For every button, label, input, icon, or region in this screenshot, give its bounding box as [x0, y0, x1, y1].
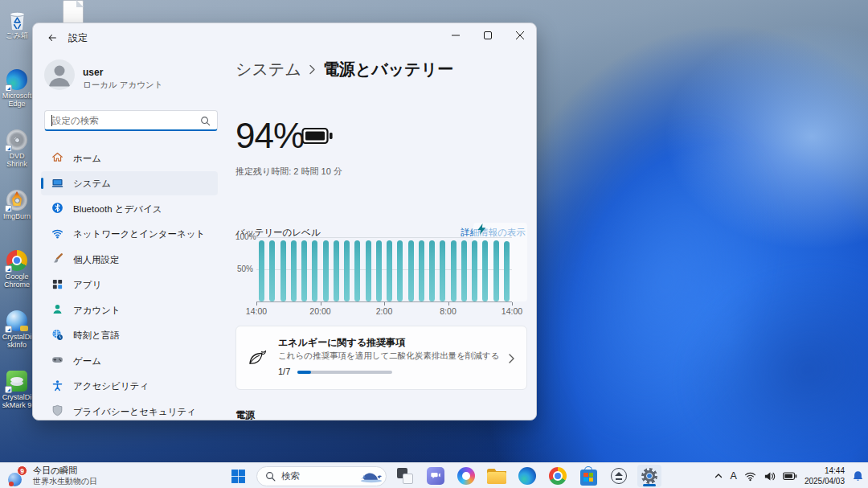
crystaldiskinfo-icon — [6, 310, 28, 332]
sidebar-item-accessibility[interactable]: アクセシビリティ — [41, 374, 218, 398]
power-section-heading: 電源 — [235, 408, 255, 420]
taskbar-app-task-view[interactable] — [393, 465, 417, 487]
shortcut-arrow-icon — [5, 145, 12, 152]
imgburn-icon — [6, 189, 28, 211]
battery-level-bar — [461, 240, 467, 301]
taskbar-app-settings[interactable] — [637, 465, 661, 487]
titlebar[interactable]: 設定 — [33, 23, 536, 51]
leaf-icon — [248, 349, 267, 367]
sidebar-item-privacy-security[interactable]: プライバシーとセキュリティ — [41, 399, 218, 420]
search-icon — [265, 471, 276, 482]
desktop-icon-dvd-shrink[interactable]: DVD Shrink 3.2 — [1, 127, 33, 185]
taskbar-app-eject[interactable] — [607, 465, 631, 487]
sidebar-item-home[interactable]: ホーム — [41, 146, 218, 170]
battery-level-bar — [419, 240, 424, 301]
document-desktop-icon[interactable] — [63, 0, 84, 24]
taskbar-app-copilot[interactable] — [454, 465, 478, 487]
shortcut-arrow-icon — [5, 205, 12, 212]
battery-remaining-text: 推定残り時間: 2 時間 10 分 — [235, 166, 342, 178]
sidebar-item-bluetooth-devices[interactable]: Bluetooth とデバイス — [41, 196, 218, 220]
battery-level-bar — [504, 241, 510, 301]
energy-recommendations-card[interactable]: エネルギーに関する推奨事項 これらの推奨事項を適用して二酸化炭素排出量を削減する… — [235, 326, 527, 390]
widget-text: 今日の瞬間 世界水生動物の日 — [33, 465, 97, 486]
taskbar-search-box[interactable]: 検索 — [256, 466, 387, 486]
copilot-icon — [457, 467, 475, 485]
shortcut-arrow-icon — [5, 386, 12, 393]
volume-icon[interactable] — [764, 470, 776, 482]
search-input[interactable] — [52, 112, 197, 129]
y-tick-label: 50% — [235, 265, 253, 273]
clock[interactable]: 14:44 2025/04/03 — [805, 465, 845, 486]
tray-time: 14:44 — [805, 465, 845, 476]
battery-level-bar — [387, 240, 392, 301]
desktop-icon-crystaldiskmark[interactable]: CrystalDiskMark 9 — [1, 368, 33, 426]
widget-subline: 世界水生動物の日 — [33, 477, 97, 486]
desktop-icon-crystaldiskinfo[interactable]: CrystalDiskInfo Shizuku — [1, 308, 33, 366]
sidebar-item-apps[interactable]: アプリ — [41, 273, 218, 297]
sidebar-item-network-internet[interactable]: ネットワークとインターネット — [41, 222, 218, 246]
desktop-icon-imgburn[interactable]: ImgBurn — [1, 187, 33, 245]
accounts-icon — [51, 303, 63, 315]
sidebar-item-system[interactable]: システム — [41, 171, 218, 195]
start-button[interactable] — [226, 465, 250, 487]
desktop-icon-microsoft-edge[interactable]: Microsoft Edge — [1, 67, 33, 125]
battery-tray-icon[interactable] — [783, 472, 797, 481]
taskbar: 9 今日の瞬間 世界水生動物の日 検索 — [0, 462, 868, 488]
desktop-icon-recycle-bin[interactable]: ごみ箱 — [1, 6, 33, 64]
dvd-shrink-icon — [6, 129, 28, 151]
window-controls — [440, 23, 536, 47]
battery-level-bar — [259, 240, 264, 301]
file-explorer-icon — [487, 469, 506, 484]
close-button[interactable] — [504, 23, 536, 47]
taskbar-app-edge[interactable] — [515, 465, 539, 487]
desktop-icon-google-chrome[interactable]: Google Chrome — [1, 248, 33, 306]
sidebar-item-time-language[interactable]: 時刻と言語 — [41, 323, 218, 347]
battery-percent: 94% — [235, 118, 304, 154]
taskbar-app-file-explorer[interactable] — [485, 465, 509, 487]
battery-level-bar — [376, 240, 382, 301]
sidebar-item-label: アプリ — [73, 279, 101, 291]
minimize-button[interactable] — [440, 23, 472, 47]
battery-level-bar — [280, 240, 286, 301]
sidebar-item-accounts[interactable]: アカウント — [41, 297, 218, 322]
x-tick — [384, 302, 385, 306]
taskbar-app-chat[interactable] — [424, 465, 448, 487]
breadcrumb-parent[interactable]: システム — [235, 59, 301, 80]
tray-overflow-button[interactable] — [714, 471, 723, 481]
desktop-icon-label: ごみ箱 — [1, 31, 33, 39]
sidebar-item-label: プライバシーとセキュリティ — [73, 406, 196, 418]
battery-level-bar — [493, 240, 499, 301]
desktop-icon-label: Google Chrome — [1, 273, 33, 289]
maximize-button[interactable] — [472, 23, 504, 47]
battery-level-bar — [323, 240, 329, 301]
desktop-screen: ごみ箱Microsoft EdgeDVD Shrink 3.2ImgBurnGo… — [0, 0, 868, 488]
battery-icon — [301, 127, 334, 145]
battery-level-bar — [301, 240, 307, 301]
person-icon — [44, 59, 75, 90]
bluetooth-icon — [51, 202, 63, 214]
settings-icon — [641, 468, 657, 484]
account-type: ローカル アカウント — [83, 80, 162, 91]
tray-date: 2025/04/03 — [805, 476, 845, 486]
taskbar-app-store[interactable] — [576, 465, 600, 487]
battery-level-bar — [354, 240, 360, 301]
taskbar-app-chrome[interactable] — [546, 465, 570, 487]
edge-icon — [6, 68, 28, 91]
avatar[interactable] — [44, 59, 75, 90]
ime-indicator[interactable]: A — [731, 470, 737, 482]
settings-search-box[interactable] — [44, 110, 218, 131]
gridline-100 — [256, 237, 512, 238]
sidebar-item-label: 時刻と言語 — [73, 330, 120, 342]
notification-bell-icon[interactable] — [852, 470, 864, 482]
accessibility-icon — [51, 379, 63, 392]
windows-logo-icon — [231, 469, 246, 484]
text-caret — [51, 115, 52, 126]
x-tick-label: 14:00 — [246, 306, 267, 316]
chevron-up-icon — [714, 471, 723, 481]
sidebar-item-gaming[interactable]: ゲーム — [41, 348, 218, 372]
back-button[interactable] — [41, 29, 63, 47]
wifi-icon[interactable] — [744, 470, 756, 482]
sidebar-item-label: ホーム — [73, 153, 101, 165]
widgets-button[interactable]: 9 今日の瞬間 世界水生動物の日 — [3, 465, 102, 487]
sidebar-item-personalization[interactable]: 個人用設定 — [41, 247, 218, 271]
